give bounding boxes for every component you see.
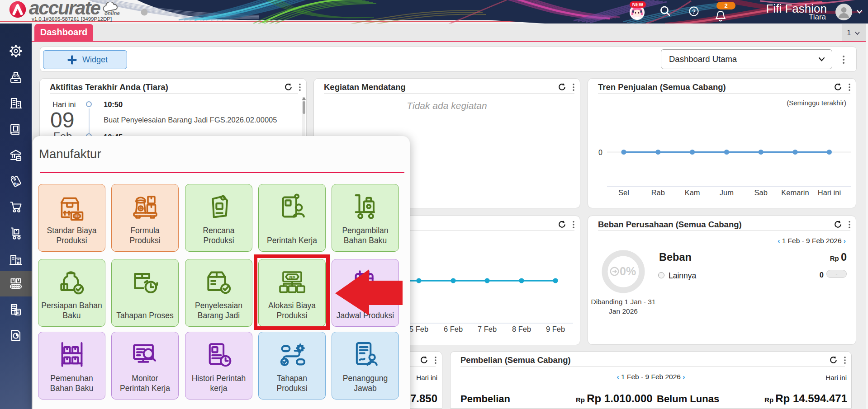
svg-text:9 Feb: 9 Feb [546, 325, 565, 333]
svg-text:7 Feb: 7 Feb [478, 325, 497, 333]
svg-text:Hari ini: Hari ini [818, 188, 841, 197]
svg-text:Rab: Rab [651, 188, 665, 197]
svg-text:Sab: Sab [754, 188, 768, 197]
svg-text:8 Feb: 8 Feb [512, 325, 531, 333]
svg-text:RP: RP [74, 214, 79, 218]
svg-text:0: 0 [598, 149, 602, 156]
svg-text:Kemarin: Kemarin [781, 188, 809, 197]
svg-text:Kam: Kam [685, 188, 700, 197]
svg-text:5 Feb: 5 Feb [409, 325, 428, 333]
svg-text:Jum: Jum [720, 188, 734, 197]
svg-text:Rp: Rp [14, 182, 19, 186]
svg-text:TAX: TAX [12, 305, 18, 308]
svg-text:6 Feb: 6 Feb [444, 325, 463, 333]
svg-text:Sel: Sel [618, 188, 629, 197]
svg-text:?: ? [692, 8, 696, 15]
